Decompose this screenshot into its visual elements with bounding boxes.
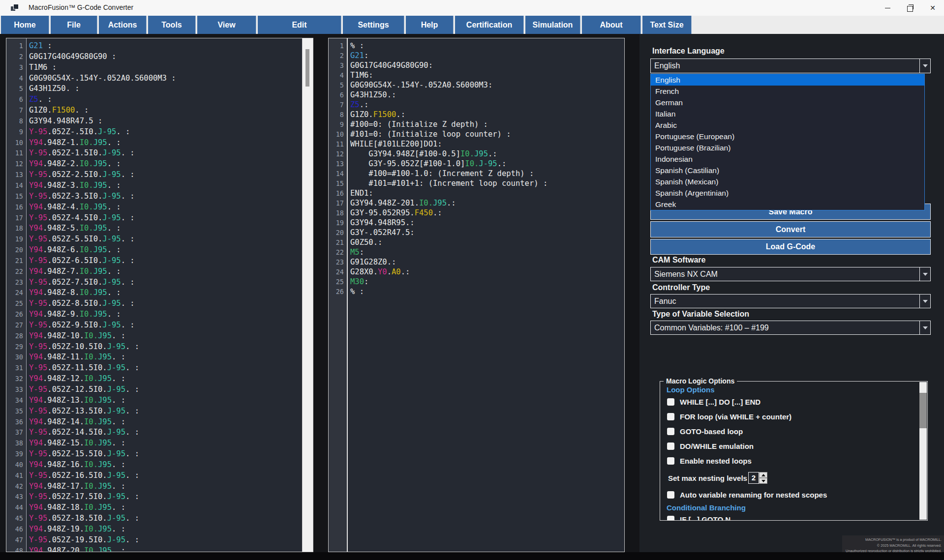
code-line: Y-95.052Z-7.5I0.J-95. : (29, 277, 302, 288)
spinner-up-button[interactable] (759, 472, 767, 478)
line-number: 40 (6, 460, 23, 471)
line-number: 3 (6, 62, 23, 73)
line-number: 15 (329, 178, 344, 188)
checkbox-unchecked[interactable] (667, 398, 674, 406)
code-line: Y94.948Z-19.I0.J95. : (29, 524, 302, 535)
checkbox-unchecked[interactable] (667, 413, 674, 420)
line-number: 45 (6, 513, 23, 524)
menu-tab-home[interactable]: Home (1, 16, 49, 34)
group-scrollbar[interactable] (919, 382, 927, 520)
language-option-arabic[interactable]: Arabic (651, 119, 924, 131)
line-number: 14 (329, 169, 344, 178)
code-line: WHILE[#101LE200]DO1: (350, 139, 624, 149)
checkbox-unchecked[interactable] (667, 457, 674, 465)
line-number: 8 (6, 116, 23, 127)
line-number: 19 (6, 234, 23, 245)
line-number: 41 (6, 471, 23, 481)
language-option-german[interactable]: German (651, 97, 924, 108)
code-line: G0G17G40G49G80G90 : (29, 52, 302, 62)
language-option-greek[interactable]: Greek (651, 199, 924, 210)
variable-selection-combobox[interactable]: Common Variables: #100 – #199 (650, 321, 931, 335)
language-option-french[interactable]: French (651, 86, 924, 97)
load-gcode-button[interactable]: Load G-Code (650, 239, 931, 255)
menu-tab-file[interactable]: File (51, 16, 97, 34)
checkbox-unchecked[interactable] (667, 516, 674, 520)
menu-tab-certification[interactable]: Certification (455, 16, 524, 34)
language-option-italian[interactable]: Italian (651, 108, 924, 119)
language-option-indonesian[interactable]: Indonesian (651, 153, 924, 165)
language-option-portuguese-brazilian-[interactable]: Portuguese (Brazilian) (651, 142, 924, 153)
code-line: G1Z0.F1500.: (350, 110, 624, 119)
language-dropdown-list: EnglishFrenchGermanItalianArabicPortugue… (650, 74, 925, 210)
interface-language-combobox[interactable]: English (650, 59, 931, 73)
menu-tab-view[interactable]: View (197, 16, 256, 34)
chevron-down-icon[interactable] (919, 295, 930, 308)
line-number: 25 (329, 277, 344, 287)
source-editor-panel: 1234567891011121314151617181920212223242… (6, 38, 313, 552)
language-option-spanish-mexican-[interactable]: Spanish (Mexican) (651, 176, 924, 187)
interface-language-label: Interface Language (652, 47, 725, 56)
conditional-branching-header: Conditional Branching (667, 503, 746, 512)
code-line: Y-95.052Z-1.5I0.J-95. : (29, 148, 302, 159)
menu-tab-help[interactable]: Help (406, 16, 454, 34)
line-number: 29 (6, 342, 23, 353)
menu-tab-tools[interactable]: Tools (148, 16, 196, 34)
combobox-value: Siemens NX CAM (654, 270, 718, 279)
chevron-down-icon[interactable] (919, 321, 930, 334)
source-editor-scrollbar[interactable] (302, 38, 313, 552)
scrollbar-thumb[interactable] (305, 49, 309, 87)
menu-tab-text-size[interactable]: Text Size (642, 16, 692, 34)
chevron-down-icon[interactable] (919, 59, 930, 73)
restore-button[interactable] (899, 0, 921, 16)
checkbox-unchecked[interactable] (667, 442, 674, 450)
code-line: G3Y-95.052Z[#100-1.0]I0.J-95.: (350, 159, 624, 169)
code-line: Y-95.052Z-18.5I0.J-95. : (29, 513, 302, 524)
checkbox-unchecked[interactable] (667, 491, 674, 499)
menu-tab-settings[interactable]: Settings (343, 16, 404, 34)
controller-type-combobox[interactable]: Fanuc (650, 294, 931, 308)
line-number: 18 (329, 208, 344, 218)
menu-tab-edit[interactable]: Edit (258, 16, 341, 34)
checkbox-unchecked[interactable] (667, 428, 674, 435)
language-option-english[interactable]: English (651, 74, 924, 86)
variable-selection-label: Type of Variable Selection (652, 310, 749, 319)
converted-code-editor[interactable]: % :G21:G0G17G40G49G80G90:T1M6:G0G90G54X-… (347, 38, 624, 552)
code-line: G3Y-.052R47.5: (350, 228, 624, 237)
cam-software-combobox[interactable]: Siemens NX CAM (650, 267, 931, 281)
line-number: 47 (6, 535, 23, 546)
code-line: Y-95.052Z-.5I0.J-95. : (29, 127, 302, 138)
macro-logic-options-group: Macro Logic Options Loop Options Set max… (660, 381, 928, 521)
line-number: 24 (329, 267, 344, 277)
max-nesting-input[interactable]: 2 (748, 472, 759, 484)
code-line: G43H1Z50. : (29, 84, 302, 94)
checkbox-row: FOR loop (via WHILE + counter) (667, 413, 792, 421)
chevron-down-icon[interactable] (919, 267, 930, 281)
code-line: G0Z50.: (350, 237, 624, 247)
code-line: Y-95.052Z-5.5I0.J-95. : (29, 234, 302, 245)
code-line: G3Y94.948R95.: (350, 218, 624, 228)
checkbox-label: IF [...] GOTO N (680, 515, 731, 520)
language-option-spanish-castilian-[interactable]: Spanish (Castilian) (651, 165, 924, 176)
line-number: 17 (329, 198, 344, 208)
menu-tab-simulation[interactable]: Simulation (525, 16, 580, 34)
checkbox-label: FOR loop (via WHILE + counter) (680, 413, 792, 421)
window-title: MacroFusion™ G-Code Converter (29, 3, 133, 11)
language-option-portuguese-european-[interactable]: Portuguese (European) (651, 131, 924, 142)
menu-tab-actions[interactable]: Actions (99, 16, 147, 34)
scrollbar-thumb[interactable] (919, 393, 927, 428)
menu-tab-about[interactable]: About (582, 16, 641, 34)
minimize-button[interactable] (876, 0, 899, 16)
checkbox-label: DO/WHILE emulation (680, 442, 754, 450)
checkbox-row: WHILE [...] DO [...] END (667, 398, 761, 406)
line-number: 22 (6, 266, 23, 277)
convert-button[interactable]: Convert (650, 221, 931, 237)
spinner-down-button[interactable] (759, 478, 767, 484)
source-code-editor[interactable]: G21 :G0G17G40G49G80G90 :T1M6 :G0G90G54X-… (27, 38, 302, 552)
combobox-value: Fanuc (654, 297, 676, 306)
app-window: MacroFusion™ G-Code Converter ✕ HomeFile… (0, 0, 944, 560)
code-line: Y94.948Z-17.I0.J95. : (29, 481, 302, 492)
close-button[interactable]: ✕ (921, 0, 944, 16)
line-number: 6 (329, 90, 344, 100)
line-number: 3 (329, 60, 344, 70)
language-option-spanish-argentinian-[interactable]: Spanish (Argentinian) (651, 187, 924, 199)
